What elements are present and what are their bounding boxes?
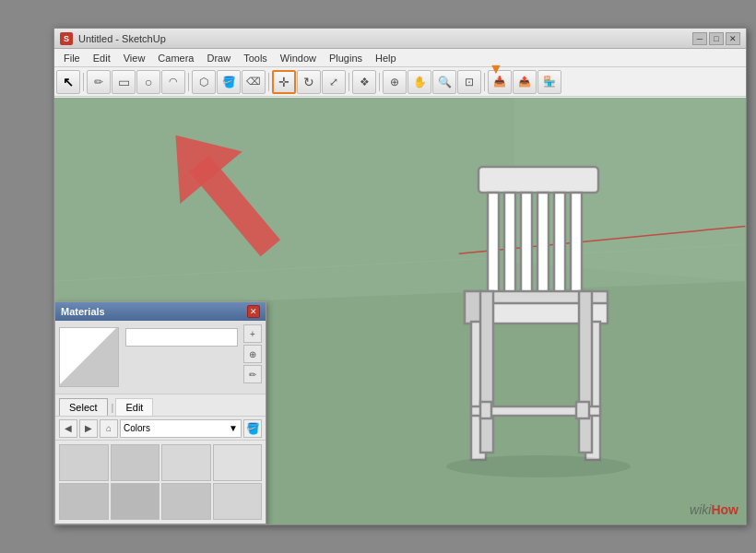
material-preview-box <box>59 327 119 387</box>
swatch-7[interactable] <box>161 483 211 520</box>
move-tool-button[interactable]: ✛ <box>272 70 296 94</box>
panel-tabs: Select | Edit <box>55 394 266 417</box>
swatch-3[interactable] <box>161 444 211 481</box>
toolbar-sep-1 <box>83 73 84 91</box>
menu-file[interactable]: File <box>58 51 86 65</box>
menu-edit[interactable]: Edit <box>88 51 116 65</box>
window-title: Untitled - SketchUp <box>78 33 166 44</box>
add-material-button[interactable]: + <box>243 324 262 343</box>
svg-rect-23 <box>576 402 589 418</box>
toolbar: ↖ ✏ ▭ ○ ◠ ⬡ 🪣 ⌫ ▼ ✛ ↻ ⤢ ❖ ⊕ ✋ 🔍 ⊡ 📥 📤 🏪 <box>54 67 746 97</box>
svg-rect-19 <box>480 291 493 453</box>
nav-back-button[interactable]: ◀ <box>59 419 77 438</box>
svg-rect-22 <box>480 402 491 418</box>
pushpull-tool-button[interactable]: ⬡ <box>192 70 216 94</box>
toolbar-sep-3 <box>268 73 269 91</box>
svg-rect-11 <box>537 193 549 294</box>
panel-close-button[interactable]: ✕ <box>247 305 260 318</box>
paint-tool-button[interactable]: 🪣 <box>217 70 241 94</box>
close-button[interactable]: ✕ <box>726 32 740 45</box>
window-controls: ─ □ ✕ <box>692 32 740 45</box>
panel-nav-row: ◀ ▶ ⌂ Colors ▼ 🪣 <box>55 417 266 441</box>
toolbar-sep-5 <box>379 73 380 91</box>
toolbar-sep-2 <box>188 73 189 91</box>
toolbar-sep-4 <box>348 73 349 91</box>
title-bar: S Untitled - SketchUp ─ □ ✕ <box>54 29 746 49</box>
eraser-tool-button[interactable]: ⌫ <box>242 70 266 94</box>
panel-title: Materials <box>61 306 243 317</box>
swatch-4[interactable] <box>213 444 263 481</box>
svg-rect-7 <box>478 167 598 193</box>
orbit-tool-button[interactable]: ⊕ <box>383 70 407 94</box>
svg-rect-10 <box>521 193 532 294</box>
svg-rect-9 <box>504 193 515 294</box>
menu-plugins[interactable]: Plugins <box>324 51 368 65</box>
svg-point-24 <box>446 455 631 477</box>
paint-bucket-nav-button[interactable]: 🪣 <box>243 419 262 438</box>
edit-material-button[interactable]: ✏ <box>243 365 262 383</box>
maximize-button[interactable]: □ <box>709 32 724 45</box>
wikihow-watermark: wikiHow <box>690 502 738 517</box>
wiki-text: wiki <box>690 502 711 517</box>
panel-side-tools: + ⊕ ✏ <box>243 324 262 383</box>
rotate-tool-button[interactable]: ↻ <box>297 70 321 94</box>
toolbar-sep-6 <box>484 73 485 91</box>
swatch-1[interactable] <box>59 444 109 481</box>
svg-rect-8 <box>488 193 499 294</box>
svg-rect-13 <box>571 193 582 294</box>
chair-model <box>405 148 672 517</box>
swatch-8[interactable] <box>213 483 263 520</box>
swatch-2[interactable] <box>111 444 160 481</box>
material-swatches-grid <box>55 441 266 524</box>
down-arrow-indicator: ▼ <box>489 61 503 77</box>
menu-help[interactable]: Help <box>370 51 402 65</box>
nav-home-button[interactable]: ⌂ <box>100 419 118 438</box>
rectangle-tool-button[interactable]: ▭ <box>112 70 136 94</box>
component-tool-button[interactable]: ❖ <box>352 70 376 94</box>
menu-camera[interactable]: Camera <box>152 51 199 65</box>
svg-rect-16 <box>465 291 481 324</box>
duplicate-material-button[interactable]: ⊕ <box>243 345 262 363</box>
dropdown-arrow-icon: ▼ <box>229 423 238 433</box>
material-category-dropdown[interactable]: Colors ▼ <box>120 419 242 438</box>
warehouse-button[interactable]: 🏪 <box>537 70 561 94</box>
menu-bar: File Edit View Camera Draw Tools Window … <box>54 49 746 67</box>
minimize-button[interactable]: ─ <box>692 32 707 45</box>
swatch-6[interactable] <box>111 483 160 520</box>
panel-title-bar: Materials ✕ <box>55 302 266 321</box>
svg-rect-12 <box>554 193 565 294</box>
pan-tool-button[interactable]: ✋ <box>408 70 431 94</box>
sketchup-window: S Untitled - SketchUp ─ □ ✕ File Edit Vi… <box>53 28 747 525</box>
scale-tool-button[interactable]: ⤢ <box>322 70 346 94</box>
select-tool-button[interactable]: ↖ <box>56 70 80 94</box>
circle-tool-button[interactable]: ○ <box>136 70 160 94</box>
zoom-extents-button[interactable]: ⊡ <box>457 70 481 94</box>
material-preview-triangle <box>59 327 118 386</box>
material-name-input[interactable] <box>125 328 238 347</box>
swatch-5[interactable] <box>59 483 109 520</box>
tab-divider: | <box>110 399 116 416</box>
tab-edit[interactable]: Edit <box>115 398 153 416</box>
menu-draw[interactable]: Draw <box>201 51 236 65</box>
nav-forward-button[interactable]: ▶ <box>79 419 98 438</box>
materials-panel: Materials ✕ + ⊕ ✏ Select | Edit <box>54 301 266 524</box>
app-icon: S <box>60 32 73 45</box>
dropdown-value: Colors <box>124 423 150 433</box>
menu-view[interactable]: View <box>118 51 151 65</box>
zoom-tool-button[interactable]: 🔍 <box>432 70 456 94</box>
svg-rect-20 <box>579 291 592 453</box>
tab-select[interactable]: Select <box>59 398 108 416</box>
pencil-tool-button[interactable]: ✏ <box>87 70 111 94</box>
share-model-button[interactable]: 📤 <box>513 70 537 94</box>
menu-tools[interactable]: Tools <box>238 51 273 65</box>
how-text: How <box>711 502 738 517</box>
panel-preview-area: + ⊕ ✏ <box>55 321 266 394</box>
menu-window[interactable]: Window <box>275 51 322 65</box>
viewport-area[interactable]: Materials ✕ + ⊕ ✏ Select | Edit <box>54 98 746 524</box>
arc-tool-button[interactable]: ◠ <box>161 70 185 94</box>
